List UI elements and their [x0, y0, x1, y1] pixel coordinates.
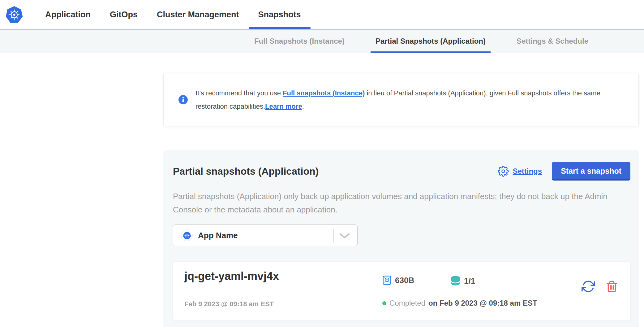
snapshot-volumes-metric: 1/1 — [450, 275, 475, 287]
partial-snapshots-panel: Partial snapshots (Application) Settings… — [163, 150, 639, 327]
banner-text-after: . — [302, 102, 304, 110]
restore-snapshot-button[interactable] — [582, 280, 595, 293]
delete-snapshot-button[interactable] — [606, 280, 618, 293]
snapshot-size-value: 630B — [395, 276, 414, 285]
snapshot-row[interactable]: jq-get-yaml-mvj4x Feb 9 2023 @ 09:18 am … — [173, 262, 630, 320]
panel-description: Partial snapshots (Application) only bac… — [173, 190, 630, 216]
select-divider — [333, 229, 334, 242]
page-content: It’s recommend that you use Full snapsho… — [163, 73, 639, 327]
status-finished-prefix: on — [428, 299, 437, 307]
snapshots-subtab-bar: Full Snapshots (Instance) Partial Snapsh… — [0, 30, 644, 53]
volumes-icon — [450, 275, 461, 287]
learn-more-link[interactable]: Learn more — [265, 102, 302, 110]
info-icon — [178, 95, 188, 104]
status-finished-date: Feb 9 2023 @ 09:18 am EST — [440, 299, 537, 307]
full-snapshots-link[interactable]: Full snapshots (Instance) — [283, 89, 365, 97]
nav-item-gitops[interactable]: GitOps — [100, 0, 147, 29]
panel-header: Partial snapshots (Application) Settings… — [173, 162, 630, 181]
snapshot-volumes-value: 1/1 — [464, 276, 475, 286]
gear-icon — [498, 166, 509, 177]
tab-partial-snapshots[interactable]: Partial Snapshots (Application) — [371, 30, 491, 53]
chevron-down-icon — [339, 233, 350, 239]
trash-icon — [606, 280, 618, 293]
app-logo-badge — [181, 229, 193, 241]
snapshot-started-at: Feb 9 2023 @ 09:18 am EST — [184, 300, 274, 308]
kubernetes-app-icon — [183, 231, 191, 240]
snapshot-settings-link[interactable]: Settings — [498, 166, 542, 177]
status-dot-icon — [382, 301, 386, 305]
banner-text: It’s recommend that you use Full snapsho… — [195, 86, 617, 113]
app-header: Application GitOps Cluster Management Sn… — [0, 0, 644, 30]
info-banner: It’s recommend that you use Full snapsho… — [163, 73, 639, 126]
settings-link-label: Settings — [513, 167, 542, 176]
tab-settings-schedule[interactable]: Settings & Schedule — [512, 30, 593, 53]
panel-header-actions: Settings Start a snapshot — [498, 162, 630, 181]
app-select-value: App Name — [198, 231, 238, 240]
main-nav: Application GitOps Cluster Management Sn… — [36, 0, 311, 29]
snapshot-size-metric: 630B — [382, 275, 414, 285]
tab-full-snapshots[interactable]: Full Snapshots (Instance) — [249, 30, 350, 53]
nav-item-snapshots[interactable]: Snapshots — [249, 0, 311, 29]
nav-item-cluster-management[interactable]: Cluster Management — [147, 0, 249, 29]
disk-size-icon — [382, 275, 392, 285]
nav-item-application[interactable]: Application — [36, 0, 100, 29]
app-name-select[interactable]: App Name — [173, 225, 358, 246]
snapshot-status: Completed on Feb 9 2023 @ 09:18 am EST — [382, 299, 537, 307]
status-finished-at: on Feb 9 2023 @ 09:18 am EST — [428, 299, 537, 307]
restore-icon — [582, 280, 595, 293]
snapshot-actions — [582, 280, 618, 293]
banner-text-before: It’s recommend that you use — [195, 89, 283, 97]
status-label: Completed — [389, 299, 425, 307]
snapshot-name: jq-get-yaml-mvj4x — [184, 270, 279, 283]
kubernetes-logo-icon — [5, 6, 23, 24]
start-snapshot-button[interactable]: Start a snapshot — [552, 162, 630, 181]
panel-title: Partial snapshots (Application) — [173, 166, 319, 177]
